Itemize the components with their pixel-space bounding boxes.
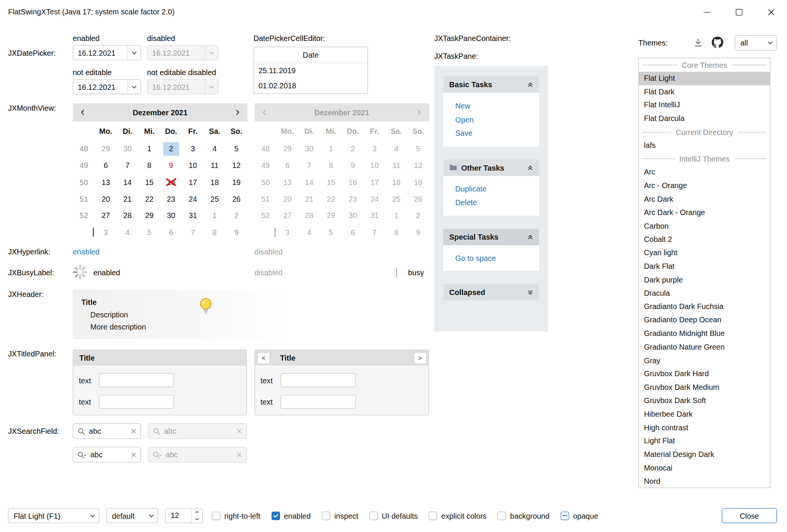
checkbox-inspect[interactable]: inspect (322, 511, 358, 519)
checkbox-opaque[interactable]: opaque (560, 511, 598, 519)
search-input[interactable]: abc (90, 450, 131, 459)
calendar-day[interactable]: 22 (139, 190, 160, 207)
calendar-day[interactable]: 1 (139, 140, 160, 157)
taskpane-header[interactable]: Other Tasks (443, 159, 539, 176)
calendar-day[interactable]: 25 (204, 190, 225, 207)
checkbox-ui-defaults[interactable]: UI defaults (369, 511, 418, 519)
calendar-day[interactable]: 7 (182, 224, 204, 241)
theme-item-dark-purple[interactable]: Dark purple (639, 273, 770, 287)
theme-item-flat-dark[interactable]: Flat Dark (639, 85, 770, 98)
calendar-day[interactable]: 29 (95, 140, 116, 157)
checkbox-background[interactable]: background (497, 511, 549, 519)
calendar-day[interactable]: 26 (225, 190, 247, 207)
laf-combo[interactable]: Flat Light (F1) (8, 508, 99, 523)
busy-checkbox[interactable] (396, 268, 397, 277)
search-field-with-menu[interactable]: abc (73, 447, 141, 463)
calendar-day[interactable]: 11 (204, 157, 225, 174)
taskpane-link-new[interactable]: New (455, 99, 534, 113)
next-month-button[interactable] (227, 103, 247, 121)
table-row[interactable]: 25.11.2019 (254, 63, 367, 78)
calendar-day[interactable]: 3 (182, 140, 204, 157)
calendar-day[interactable]: 16 (160, 174, 182, 190)
calendar-day[interactable]: 5 (139, 224, 160, 241)
calendar-day[interactable]: 30 (160, 207, 182, 224)
clear-icon[interactable] (131, 428, 136, 433)
chevron-double-up-icon[interactable] (527, 81, 534, 88)
checkbox-explicit-colors[interactable]: explicit colors (429, 511, 486, 519)
datepicker-enabled[interactable]: 16.12.2021 (73, 45, 141, 60)
next-button[interactable]: > (414, 352, 427, 364)
theme-item-gradianto-dark-fuchsia[interactable]: Gradianto Dark Fuchsia (639, 300, 770, 313)
calendar-day[interactable]: 5 (225, 140, 247, 157)
chevron-down-icon[interactable] (127, 80, 140, 94)
calendar-day[interactable]: 6 (160, 224, 182, 241)
font-size-spinner[interactable]: 12 (165, 508, 203, 523)
calendar-day[interactable]: 27 (95, 207, 116, 224)
taskpane-header[interactable]: Basic Tasks (443, 76, 539, 93)
table-row[interactable]: 01.02.2018 (254, 78, 367, 93)
calendar-day[interactable]: 2 (225, 207, 247, 224)
search-menu-icon[interactable] (77, 450, 87, 458)
taskpane-link-go-to-space[interactable]: Go to space (455, 251, 534, 265)
minimize-button[interactable] (691, 0, 723, 24)
calendar-day[interactable]: 13 (95, 174, 116, 190)
calendar-day[interactable]: 24 (182, 190, 204, 207)
calendar-day[interactable]: 2 (160, 140, 182, 157)
calendar-day[interactable]: 23 (160, 190, 182, 207)
calendar-day[interactable]: 8 (204, 224, 225, 241)
prev-month-button[interactable] (73, 103, 93, 121)
close-button[interactable]: Close (722, 508, 777, 523)
spinner-up-button[interactable] (192, 508, 202, 516)
theme-item-high-contrast[interactable]: High contrast (639, 421, 770, 434)
theme-item-gradianto-midnight-blue[interactable]: Gradianto Midnight Blue (639, 327, 770, 340)
theme-item-cobalt-2[interactable]: Cobalt 2 (639, 233, 770, 246)
theme-item-gruvbox-dark-medium[interactable]: Gruvbox Dark Medium (639, 381, 770, 394)
calendar-day[interactable]: 10 (182, 157, 204, 174)
taskpane-header[interactable]: Collapsed (443, 284, 539, 301)
calendar-day[interactable]: 21 (116, 190, 138, 207)
github-icon[interactable] (712, 37, 723, 50)
spinner-down-button[interactable] (192, 516, 202, 523)
theme-item-light-flat[interactable]: Light Flat (639, 435, 770, 448)
calendar-day[interactable]: 18 (204, 174, 225, 190)
theme-item-gruvbox-dark-soft[interactable]: Gruvbox Dark Soft (639, 394, 770, 408)
theme-item-gradianto-deep-ocean[interactable]: Gradianto Deep Ocean (639, 314, 770, 327)
theme-item-nord[interactable]: Nord (639, 475, 770, 488)
calendar-day[interactable]: 7 (116, 157, 138, 174)
theme-item-carbon[interactable]: Carbon (639, 220, 770, 233)
theme-item-dark-flat[interactable]: Dark Flat (639, 260, 770, 273)
theme-item-hiberbee-dark[interactable]: Hiberbee Dark (639, 408, 770, 421)
calendar-day[interactable]: 9 (225, 224, 247, 241)
calendar-day[interactable]: 17 (182, 174, 204, 190)
theme-item-lafs[interactable]: lafs (639, 139, 770, 152)
calendar-day[interactable]: 30 (116, 140, 138, 157)
taskpane-link-duplicate[interactable]: Duplicate (455, 182, 534, 195)
text-input[interactable] (280, 373, 356, 387)
close-window-button[interactable] (755, 0, 787, 24)
theme-item-flat-intellij[interactable]: Flat IntelliJ (639, 99, 770, 112)
search-field-enabled[interactable]: abc (73, 423, 141, 439)
download-icon[interactable] (693, 38, 703, 49)
taskpane-link-save[interactable]: Save (455, 126, 534, 140)
calendar-day[interactable]: 20 (95, 190, 116, 207)
calendar-day[interactable]: 31 (182, 207, 204, 224)
themes-filter-combo[interactable]: all (735, 35, 777, 51)
text-input[interactable] (99, 395, 174, 409)
theme-item-cyan-light[interactable]: Cyan light (639, 246, 770, 260)
theme-item-gradianto-nature-green[interactable]: Gradianto Nature Green (639, 341, 770, 354)
theme-item-arc-orange[interactable]: Arc - Orange (639, 179, 770, 192)
calendar-day[interactable]: 4 (116, 224, 138, 241)
taskpane-link-open[interactable]: Open (455, 113, 534, 126)
calendar-day[interactable]: 3 (95, 224, 116, 241)
busy-checkbox-label[interactable]: busy (408, 268, 424, 277)
font-combo[interactable]: default (106, 508, 158, 523)
chevron-down-icon[interactable] (127, 46, 140, 60)
hyperlink-enabled[interactable]: enabled (73, 247, 100, 256)
calendar-day[interactable]: 4 (204, 140, 225, 157)
theme-item-arc[interactable]: Arc (639, 166, 770, 179)
theme-item-gray[interactable]: Gray (639, 354, 770, 367)
calendar-day[interactable]: 9 (160, 157, 182, 174)
calendar-day[interactable]: 15 (139, 174, 160, 190)
calendar-day[interactable]: 12 (225, 157, 247, 174)
theme-item-flat-darcula[interactable]: Flat Darcula (639, 112, 770, 125)
